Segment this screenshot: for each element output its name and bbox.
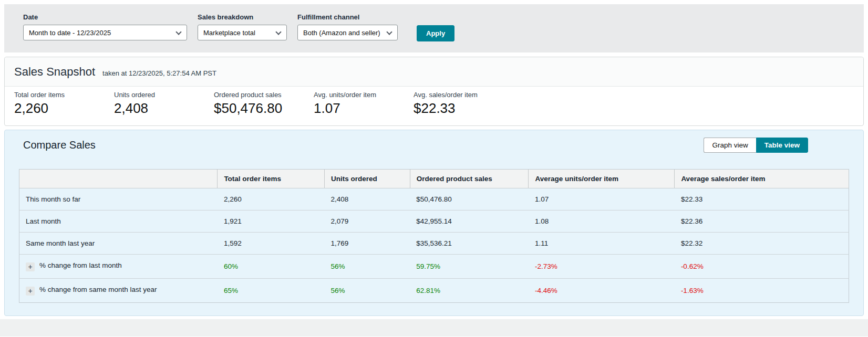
date-filter-label: Date [23, 13, 187, 21]
graph-view-button[interactable]: Graph view [704, 138, 756, 153]
cell-units-ordered: 56% [325, 255, 410, 279]
metric-label: Avg. sales/order item [414, 90, 513, 99]
metric-units-ordered: Units ordered 2,408 [114, 90, 214, 117]
expand-plus-icon[interactable]: + [26, 287, 35, 296]
cell-units-ordered: 2,079 [325, 210, 410, 233]
view-toggle: Graph view Table view [704, 138, 808, 153]
cell-average-sales: -1.63% [675, 279, 849, 303]
cell-total-order-items: 1,921 [218, 210, 325, 233]
cell-total-order-items: 2,260 [218, 188, 325, 210]
cell-average-sales: $22.32 [675, 233, 849, 255]
cell-total-order-items: 60% [218, 255, 325, 279]
metric-total-order-items: Total order items 2,260 [14, 90, 114, 117]
sales-snapshot-title: Sales Snapshot [14, 64, 95, 79]
column-header-ordered-product-sales: Ordered product sales [410, 170, 529, 188]
metric-value: 2,260 [14, 100, 114, 117]
fulfillment-channel-label: Fulfillment channel [297, 13, 398, 21]
apply-button[interactable]: Apply [417, 25, 454, 41]
compare-sales-title: Compare Sales [23, 137, 96, 153]
date-filter-group: Date Month to date - 12/23/2025 [23, 13, 187, 40]
table-row-pct-change-last-month: +% change from last month 60% 56% 59.75%… [19, 255, 849, 279]
row-label-text: % change from last month [39, 261, 122, 269]
cell-average-units: -4.46% [529, 279, 675, 303]
table-row-this-month-so-far: This month so far 2,260 2,408 $50,476.80… [19, 188, 849, 210]
snapshot-metrics: Total order items 2,260 Units ordered 2,… [5, 87, 863, 125]
column-header-units-ordered: Units ordered [325, 170, 410, 188]
cell-average-sales: $22.33 [675, 188, 849, 210]
cell-average-units: 1.11 [529, 233, 675, 255]
metric-label: Total order items [14, 90, 114, 99]
table-row-pct-change-same-month-last-year: +% change from same month last year 65% … [19, 279, 849, 303]
cell-average-sales: $22.36 [675, 210, 849, 233]
page-bottom-area [0, 319, 868, 336]
date-select[interactable]: Month to date - 12/23/2025 [23, 25, 187, 40]
metric-value: 2,408 [114, 100, 214, 117]
metric-label: Avg. units/order item [314, 90, 414, 99]
sales-breakdown-label: Sales breakdown [198, 13, 287, 21]
column-header-average-units-order-item: Average units/order item [529, 170, 675, 188]
column-header-total-order-items: Total order items [218, 170, 325, 188]
snapshot-timestamp: taken at 12/23/2025, 5:27:54 AM PST [102, 69, 216, 77]
table-view-button[interactable]: Table view [756, 138, 808, 153]
sales-breakdown-filter-group: Sales breakdown Marketplace total [198, 13, 287, 40]
cell-average-units: 1.07 [529, 188, 675, 210]
cell-average-units: -2.73% [529, 255, 675, 279]
cell-units-ordered: 56% [325, 279, 410, 303]
compare-sales-table: Total order items Units ordered Ordered … [19, 169, 849, 303]
metric-value: $50,476.80 [214, 100, 314, 117]
cell-ordered-product-sales: $42,955.14 [410, 210, 529, 233]
cell-total-order-items: 65% [218, 279, 325, 303]
compare-sales-header: Compare Sales Graph view Table view [19, 137, 849, 153]
row-label: Last month [19, 210, 218, 233]
sales-breakdown-select[interactable]: Marketplace total [198, 25, 287, 40]
row-label: +% change from same month last year [19, 279, 218, 303]
cell-ordered-product-sales: 62.81% [410, 279, 529, 303]
sales-snapshot-header: Sales Snapshot taken at 12/23/2025, 5:27… [5, 57, 863, 87]
filter-bar: Date Month to date - 12/23/2025 Sales br… [4, 4, 864, 52]
expand-plus-icon[interactable]: + [26, 262, 35, 271]
page: Date Month to date - 12/23/2025 Sales br… [0, 0, 868, 336]
metric-value: 1.07 [314, 100, 414, 117]
cell-ordered-product-sales: $50,476.80 [410, 188, 529, 210]
row-label: This month so far [19, 188, 218, 210]
column-header-average-sales-order-item: Average sales/order item [675, 170, 849, 188]
cell-units-ordered: 1,769 [325, 233, 410, 255]
table-row-last-month: Last month 1,921 2,079 $42,955.14 1.08 $… [19, 210, 849, 233]
cell-total-order-items: 1,592 [218, 233, 325, 255]
cell-ordered-product-sales: 59.75% [410, 255, 529, 279]
table-header-row: Total order items Units ordered Ordered … [19, 170, 849, 188]
cell-units-ordered: 2,408 [325, 188, 410, 210]
metric-avg-sales-per-order-item: Avg. sales/order item $22.33 [414, 90, 513, 117]
row-label: Same month last year [19, 233, 218, 255]
table-row-same-month-last-year: Same month last year 1,592 1,769 $35,536… [19, 233, 849, 255]
column-header-blank [19, 170, 218, 188]
row-label-text: % change from same month last year [39, 286, 157, 293]
row-label: +% change from last month [19, 255, 218, 279]
cell-average-units: 1.08 [529, 210, 675, 233]
cell-ordered-product-sales: $35,536.21 [410, 233, 529, 255]
metric-value: $22.33 [414, 100, 513, 117]
metric-label: Ordered product sales [214, 90, 314, 99]
metric-ordered-product-sales: Ordered product sales $50,476.80 [214, 90, 314, 117]
metric-avg-units-per-order-item: Avg. units/order item 1.07 [314, 90, 414, 117]
fulfillment-channel-filter-group: Fulfillment channel Both (Amazon and sel… [297, 13, 398, 40]
compare-sales-panel: Compare Sales Graph view Table view Tota… [4, 130, 864, 316]
metric-label: Units ordered [114, 90, 214, 99]
sales-snapshot-panel: Sales Snapshot taken at 12/23/2025, 5:27… [4, 57, 864, 126]
fulfillment-channel-select[interactable]: Both (Amazon and seller) [297, 25, 398, 40]
cell-average-sales: -0.62% [675, 255, 849, 279]
